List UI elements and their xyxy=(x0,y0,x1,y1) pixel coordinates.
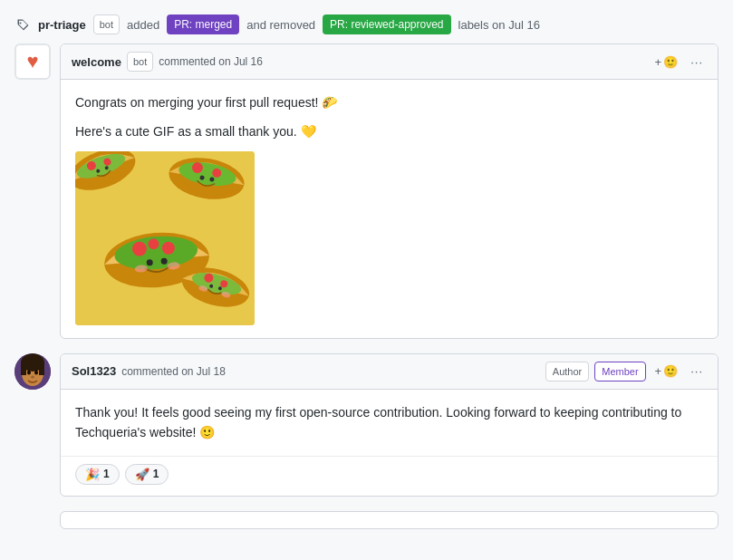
welcome-avatar: ♥ xyxy=(14,43,51,80)
smiley-icon: 🙂 xyxy=(663,364,678,378)
welcome-add-reaction-button[interactable]: + 🙂 xyxy=(651,53,682,71)
svg-rect-33 xyxy=(21,362,26,375)
author-badge: Author xyxy=(545,362,589,381)
event-action: added xyxy=(127,18,159,32)
event-bot-name: pr-triage xyxy=(38,18,86,32)
welcome-comment-body: Congrats on merging your first pull requ… xyxy=(61,80,718,338)
tag-icon xyxy=(14,16,31,33)
sol-comment-header-left: Sol1323 commented on Jul 18 xyxy=(72,364,226,378)
party-emoji: 🎉 xyxy=(85,468,100,481)
sol-comment-meta: commented on Jul 18 xyxy=(121,365,226,378)
taco-gif xyxy=(75,151,255,325)
sol-comment-wrapper: Sol1323 commented on Jul 18 Author Membe… xyxy=(14,353,719,497)
rocket-emoji: 🚀 xyxy=(135,468,149,481)
sol-comment-card: Sol1323 commented on Jul 18 Author Membe… xyxy=(60,353,719,497)
label-approved: PR: reviewed-approved xyxy=(323,14,450,34)
svg-rect-34 xyxy=(39,362,44,375)
event-bot-badge: bot xyxy=(93,14,120,34)
welcome-body-line1: Congrats on merging your first pull requ… xyxy=(75,92,703,112)
welcome-author: welcome xyxy=(72,55,121,69)
sol-comment-header-right: Author Member + 🙂 ··· xyxy=(545,362,707,381)
welcome-bot-badge: bot xyxy=(127,52,153,72)
event-suffix: labels on Jul 16 xyxy=(458,18,540,32)
reaction-party-button[interactable]: 🎉 1 xyxy=(75,464,120,485)
svg-point-36 xyxy=(34,370,38,374)
label-merged: PR: merged xyxy=(167,14,239,34)
sol-add-reaction-button[interactable]: + 🙂 xyxy=(651,362,682,380)
member-badge: Member xyxy=(594,362,645,381)
reaction1-count: 1 xyxy=(103,468,110,480)
sol-comment-header: Sol1323 commented on Jul 18 Author Membe… xyxy=(61,354,718,390)
svg-point-37 xyxy=(31,375,34,378)
welcome-comment-card: welcome bot commented on Jul 16 + 🙂 ··· … xyxy=(60,43,719,339)
welcome-comment-header-left: welcome bot commented on Jul 16 xyxy=(72,52,263,72)
welcome-comment-wrapper: ♥ welcome bot commented on Jul 16 + 🙂 ··… xyxy=(14,43,719,339)
taco-svg xyxy=(75,151,255,325)
welcome-comment-meta: commented on Jul 16 xyxy=(159,55,263,68)
reaction2-count: 1 xyxy=(153,468,159,480)
reaction-rocket-button[interactable]: 🚀 1 xyxy=(125,464,169,485)
bottom-stub-card xyxy=(60,511,719,529)
sol-ellipsis-button[interactable]: ··· xyxy=(687,362,707,380)
event-row: pr-triage bot added PR: merged and remov… xyxy=(14,9,719,43)
heart-icon: ♥ xyxy=(26,50,38,73)
ellipsis-icon: ··· xyxy=(690,364,703,378)
smiley-icon: 🙂 xyxy=(663,55,678,69)
welcome-body-line2: Here's a cute GIF as a small thank you. … xyxy=(75,121,703,141)
plus-icon: + xyxy=(655,364,662,378)
sol-comment-body: Thank you! It feels good seeing my first… xyxy=(61,390,718,456)
plus-icon: + xyxy=(655,55,662,69)
event-and-removed: and removed xyxy=(246,18,315,32)
sol-avatar xyxy=(14,353,51,390)
welcome-comment-header-right: + 🙂 ··· xyxy=(651,53,707,71)
svg-point-35 xyxy=(27,370,31,374)
welcome-ellipsis-button[interactable]: ··· xyxy=(687,53,707,71)
sol-avatar-svg xyxy=(14,353,51,390)
reactions-row: 🎉 1 🚀 1 xyxy=(61,456,718,496)
welcome-comment-header: welcome bot commented on Jul 16 + 🙂 ··· xyxy=(61,44,718,80)
ellipsis-icon: ··· xyxy=(690,55,703,69)
sol-author: Sol1323 xyxy=(72,364,116,378)
sol-body-text: Thank you! It feels good seeing my first… xyxy=(75,402,703,443)
